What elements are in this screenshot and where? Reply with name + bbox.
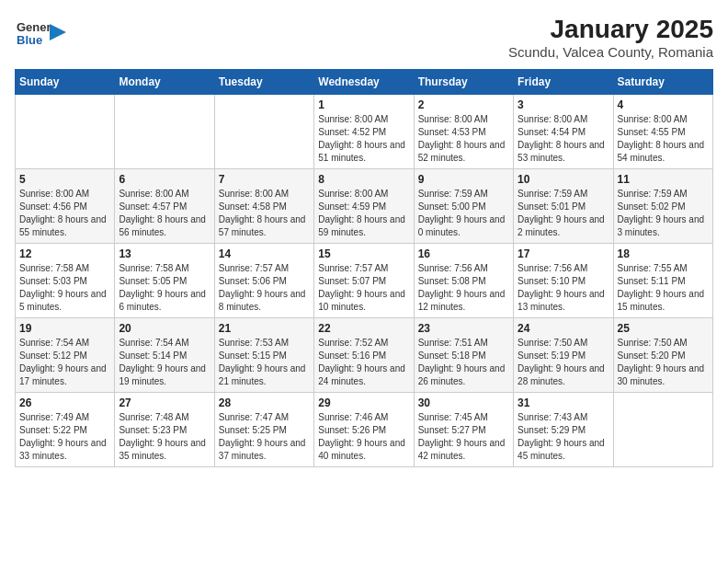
calendar-cell: 25Sunrise: 7:50 AM Sunset: 5:20 PM Dayli… [613, 318, 712, 393]
day-number: 17 [518, 247, 609, 260]
day-info: Sunrise: 8:00 AM Sunset: 4:59 PM Dayligh… [318, 188, 409, 239]
calendar-cell: 5Sunrise: 8:00 AM Sunset: 4:56 PM Daylig… [16, 169, 115, 244]
day-info: Sunrise: 7:48 AM Sunset: 5:23 PM Dayligh… [119, 411, 210, 463]
day-number: 24 [518, 322, 609, 335]
calendar-cell: 21Sunrise: 7:53 AM Sunset: 5:15 PM Dayli… [214, 318, 313, 393]
calendar-cell: 19Sunrise: 7:54 AM Sunset: 5:12 PM Dayli… [16, 318, 115, 393]
day-number: 21 [219, 322, 310, 335]
day-info: Sunrise: 7:50 AM Sunset: 5:19 PM Dayligh… [518, 337, 609, 388]
day-number: 19 [19, 322, 110, 335]
calendar-cell: 22Sunrise: 7:52 AM Sunset: 5:16 PM Dayli… [314, 318, 414, 393]
day-number: 15 [318, 247, 409, 260]
day-info: Sunrise: 8:00 AM Sunset: 4:52 PM Dayligh… [318, 113, 409, 165]
day-number: 23 [418, 322, 509, 335]
day-number: 11 [618, 173, 709, 186]
day-info: Sunrise: 7:46 AM Sunset: 5:26 PM Dayligh… [318, 411, 409, 463]
calendar-cell: 30Sunrise: 7:45 AM Sunset: 5:27 PM Dayli… [414, 393, 513, 467]
calendar-cell: 14Sunrise: 7:57 AM Sunset: 5:06 PM Dayli… [214, 244, 313, 318]
weekday-header-thursday: Thursday [414, 70, 513, 95]
day-info: Sunrise: 7:53 AM Sunset: 5:15 PM Dayligh… [219, 337, 310, 388]
day-number: 16 [418, 247, 509, 260]
calendar-week-1: 1Sunrise: 8:00 AM Sunset: 4:52 PM Daylig… [16, 95, 713, 169]
day-info: Sunrise: 7:54 AM Sunset: 5:12 PM Dayligh… [19, 337, 110, 388]
day-info: Sunrise: 7:50 AM Sunset: 5:20 PM Dayligh… [618, 337, 709, 388]
day-number: 22 [318, 322, 409, 335]
day-number: 6 [119, 173, 210, 186]
page-title: January 2025 [508, 15, 713, 44]
calendar-header: SundayMondayTuesdayWednesdayThursdayFrid… [16, 70, 713, 95]
calendar-cell: 29Sunrise: 7:46 AM Sunset: 5:26 PM Dayli… [314, 393, 414, 467]
calendar-cell [214, 95, 313, 169]
calendar-cell: 17Sunrise: 7:56 AM Sunset: 5:10 PM Dayli… [514, 244, 613, 318]
day-number: 1 [318, 98, 409, 111]
calendar-week-2: 5Sunrise: 8:00 AM Sunset: 4:56 PM Daylig… [16, 169, 713, 244]
calendar-cell: 13Sunrise: 7:58 AM Sunset: 5:05 PM Dayli… [115, 244, 214, 318]
day-number: 5 [19, 173, 110, 186]
day-info: Sunrise: 8:00 AM Sunset: 4:53 PM Dayligh… [418, 113, 509, 165]
calendar-cell: 16Sunrise: 7:56 AM Sunset: 5:08 PM Dayli… [414, 244, 513, 318]
day-info: Sunrise: 7:59 AM Sunset: 5:02 PM Dayligh… [618, 188, 709, 239]
calendar-cell: 2Sunrise: 8:00 AM Sunset: 4:53 PM Daylig… [414, 95, 513, 169]
page-subtitle: Scundu, Valcea County, Romania [508, 44, 713, 60]
day-number: 13 [119, 247, 210, 260]
day-info: Sunrise: 8:00 AM Sunset: 4:54 PM Dayligh… [518, 113, 609, 165]
calendar-cell: 3Sunrise: 8:00 AM Sunset: 4:54 PM Daylig… [514, 95, 613, 169]
weekday-header-sunday: Sunday [16, 70, 115, 95]
svg-text:General: General [17, 20, 50, 34]
calendar-week-3: 12Sunrise: 7:58 AM Sunset: 5:03 PM Dayli… [16, 244, 713, 318]
calendar-cell [16, 95, 115, 169]
day-info: Sunrise: 7:43 AM Sunset: 5:29 PM Dayligh… [518, 411, 609, 463]
calendar-week-4: 19Sunrise: 7:54 AM Sunset: 5:12 PM Dayli… [16, 318, 713, 393]
calendar-cell: 8Sunrise: 8:00 AM Sunset: 4:59 PM Daylig… [314, 169, 414, 244]
day-number: 7 [219, 173, 310, 186]
day-info: Sunrise: 8:00 AM Sunset: 4:55 PM Dayligh… [618, 113, 709, 165]
calendar-cell: 10Sunrise: 7:59 AM Sunset: 5:01 PM Dayli… [514, 169, 613, 244]
calendar-cell: 28Sunrise: 7:47 AM Sunset: 5:25 PM Dayli… [214, 393, 313, 467]
day-info: Sunrise: 7:57 AM Sunset: 5:07 PM Dayligh… [318, 262, 409, 314]
calendar-cell: 18Sunrise: 7:55 AM Sunset: 5:11 PM Dayli… [613, 244, 712, 318]
title-area: January 2025 Scundu, Valcea County, Roma… [508, 15, 713, 60]
day-number: 12 [19, 247, 110, 260]
day-number: 3 [518, 98, 609, 111]
day-info: Sunrise: 7:55 AM Sunset: 5:11 PM Dayligh… [618, 262, 709, 314]
calendar-cell: 6Sunrise: 8:00 AM Sunset: 4:57 PM Daylig… [115, 169, 214, 244]
day-number: 9 [418, 173, 509, 186]
day-info: Sunrise: 7:49 AM Sunset: 5:22 PM Dayligh… [19, 411, 110, 463]
calendar-cell: 7Sunrise: 8:00 AM Sunset: 4:58 PM Daylig… [214, 169, 313, 244]
day-number: 28 [219, 396, 310, 409]
day-info: Sunrise: 7:58 AM Sunset: 5:05 PM Dayligh… [119, 262, 210, 314]
day-number: 18 [618, 247, 709, 260]
day-info: Sunrise: 7:59 AM Sunset: 5:00 PM Dayligh… [418, 188, 509, 239]
weekday-header-wednesday: Wednesday [314, 70, 414, 95]
day-info: Sunrise: 7:52 AM Sunset: 5:16 PM Dayligh… [318, 337, 409, 388]
day-number: 30 [418, 396, 509, 409]
calendar-cell: 27Sunrise: 7:48 AM Sunset: 5:23 PM Dayli… [115, 393, 214, 467]
calendar-cell: 24Sunrise: 7:50 AM Sunset: 5:19 PM Dayli… [514, 318, 613, 393]
day-info: Sunrise: 8:00 AM Sunset: 4:58 PM Dayligh… [219, 188, 310, 239]
calendar-cell: 26Sunrise: 7:49 AM Sunset: 5:22 PM Dayli… [16, 393, 115, 467]
calendar-cell: 31Sunrise: 7:43 AM Sunset: 5:29 PM Dayli… [514, 393, 613, 467]
day-number: 31 [518, 396, 609, 409]
day-info: Sunrise: 7:59 AM Sunset: 5:01 PM Dayligh… [518, 188, 609, 239]
day-number: 2 [418, 98, 509, 111]
logo: General Blue [15, 15, 70, 50]
weekday-header-tuesday: Tuesday [214, 70, 313, 95]
day-info: Sunrise: 7:54 AM Sunset: 5:14 PM Dayligh… [119, 337, 210, 388]
day-number: 8 [318, 173, 409, 186]
day-info: Sunrise: 7:57 AM Sunset: 5:06 PM Dayligh… [219, 262, 310, 314]
calendar-table: SundayMondayTuesdayWednesdayThursdayFrid… [15, 69, 713, 467]
calendar-body: 1Sunrise: 8:00 AM Sunset: 4:52 PM Daylig… [16, 95, 713, 467]
calendar-cell [613, 393, 712, 467]
day-number: 25 [618, 322, 709, 335]
calendar-week-5: 26Sunrise: 7:49 AM Sunset: 5:22 PM Dayli… [16, 393, 713, 467]
day-info: Sunrise: 7:56 AM Sunset: 5:10 PM Dayligh… [518, 262, 609, 314]
page-header: General Blue January 2025 Scundu, Valcea… [15, 15, 713, 60]
calendar-cell: 4Sunrise: 8:00 AM Sunset: 4:55 PM Daylig… [613, 95, 712, 169]
day-info: Sunrise: 7:45 AM Sunset: 5:27 PM Dayligh… [418, 411, 509, 463]
svg-text:Blue: Blue [17, 33, 42, 47]
day-number: 29 [318, 396, 409, 409]
weekday-header-monday: Monday [115, 70, 214, 95]
calendar-cell: 9Sunrise: 7:59 AM Sunset: 5:00 PM Daylig… [414, 169, 513, 244]
weekday-header-friday: Friday [514, 70, 613, 95]
weekday-header-saturday: Saturday [613, 70, 712, 95]
